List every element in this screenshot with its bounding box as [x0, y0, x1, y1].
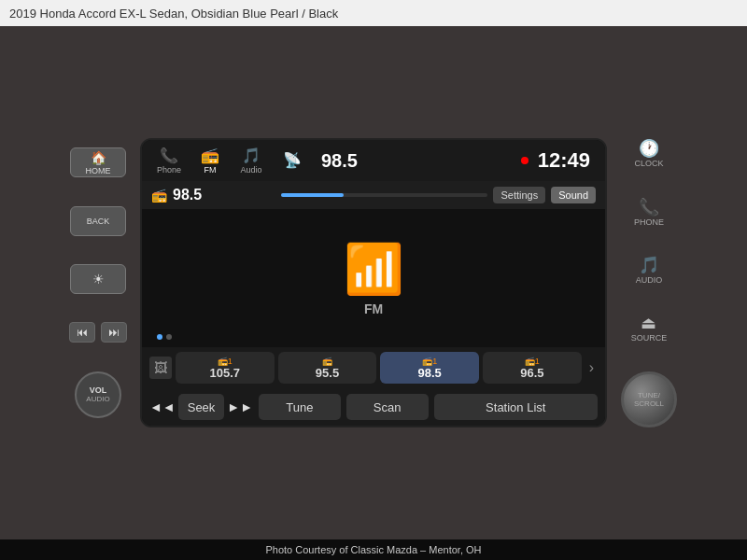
record-dot	[521, 157, 529, 164]
preset-1[interactable]: 📻1 105.7	[176, 352, 275, 384]
skip-prev-button[interactable]: ⏮	[69, 322, 95, 343]
phone-label: Phone	[157, 165, 181, 175]
signal-tab[interactable]: 📡	[275, 151, 310, 170]
fm-tab[interactable]: 📻 FM	[192, 147, 228, 175]
signal-icon: 📡	[283, 151, 302, 169]
page-dots	[157, 334, 172, 340]
seek-group: ◄◄ Seek ►►	[149, 394, 253, 420]
preset-3-active[interactable]: 📻1 98.5	[380, 352, 479, 384]
sound-button[interactable]: Sound	[551, 187, 596, 203]
preset-2[interactable]: 📻 95.5	[278, 352, 377, 384]
current-freq: 98.5	[173, 187, 275, 203]
source-button[interactable]: ⏏ SOURCE	[631, 313, 668, 343]
phone-icon: 📞	[160, 147, 178, 164]
home-button[interactable]: 🏠 HOME	[70, 147, 126, 177]
dot-2	[166, 334, 172, 340]
skip-next-button[interactable]: ⏭	[101, 322, 127, 343]
photo-credit: Photo Courtesy of Classic Mazda – Mentor…	[265, 544, 481, 555]
tune-scroll-label: TUNE/SCROLL	[634, 391, 664, 408]
seek-forward-icon[interactable]: ►►	[227, 399, 253, 414]
skip-controls: ⏮ ⏭	[69, 322, 127, 343]
infotainment-screen: 📞 Phone 📻 FM 🎵 Audio 📡 98.5 12:49 📻 98.5	[140, 138, 607, 427]
presets-bar: 🖼 📻1 105.7 📻 95.5 📻1 98.5 📻1 96.5 ›	[142, 347, 605, 388]
tune-scroll-knob[interactable]: TUNE/SCROLL	[621, 371, 677, 427]
vol-label: VOL	[90, 385, 107, 395]
brightness-button[interactable]: ☀	[70, 264, 126, 294]
clock-icon: 🕐	[639, 138, 659, 159]
tune-button[interactable]: Tune	[259, 394, 341, 420]
tuning-progress	[281, 193, 487, 197]
controls-bar: ◄◄ Seek ►► Tune Scan Station List	[142, 388, 605, 426]
source-label: SOURCE	[631, 333, 668, 343]
seek-button[interactable]: Seek	[178, 394, 225, 420]
settings-bar: 📻 98.5 Settings Sound	[142, 181, 605, 209]
audio-tab[interactable]: 🎵 Audio	[233, 147, 269, 175]
settings-button[interactable]: Settings	[493, 187, 545, 203]
preset-4[interactable]: 📻1 96.5	[483, 352, 582, 384]
left-controls: 🏠 HOME BACK ☀ ⏮ ⏭ VOL AUDIO	[56, 124, 140, 441]
car-title: 2019 Honda Accord EX-L Sedan, Obsidian B…	[9, 7, 338, 21]
brightness-icon: ☀	[92, 272, 105, 287]
top-bar: 2019 Honda Accord EX-L Sedan, Obsidian B…	[0, 0, 747, 26]
radio-waves-icon: 📶	[344, 241, 404, 298]
audio-right-button[interactable]: 🎵 AUDIO	[636, 255, 663, 285]
audio-label: AUDIO	[86, 395, 109, 403]
clock-label: CLOCK	[634, 159, 663, 168]
clock-display: 12:49	[538, 148, 590, 173]
screen-nav-bar: 📞 Phone 📻 FM 🎵 Audio 📡 98.5 12:49	[142, 140, 605, 181]
scan-button[interactable]: Scan	[346, 394, 429, 420]
main-content: 🏠 HOME BACK ☀ ⏮ ⏭ VOL AUDIO 📞 Phone	[0, 26, 747, 539]
fm-band-label: FM	[364, 301, 383, 316]
fm-main-display: 📶 FM	[142, 209, 605, 347]
phone-tab[interactable]: 📞 Phone	[151, 147, 187, 175]
station-display: 98.5	[321, 150, 515, 172]
seek-back-icon[interactable]: ◄◄	[149, 399, 176, 414]
source-icon: ⏏	[641, 313, 656, 333]
fm-visual: 📶 FM	[344, 241, 404, 316]
bottom-bar: Photo Courtesy of Classic Mazda – Mentor…	[0, 539, 747, 560]
fm-icon: 📻	[201, 147, 219, 164]
phone-right-button[interactable]: 📞 PHONE	[634, 197, 664, 227]
audio-right-label: AUDIO	[636, 275, 663, 285]
dot-1	[157, 334, 162, 340]
vol-knob-area: VOL AUDIO	[75, 371, 121, 418]
next-presets-arrow[interactable]: ›	[585, 356, 598, 380]
back-button[interactable]: BACK	[70, 206, 126, 236]
phone-right-icon: 📞	[639, 197, 659, 217]
tuning-fill	[281, 193, 343, 197]
audio-right-icon: 🎵	[639, 255, 659, 275]
vol-knob[interactable]: VOL AUDIO	[75, 371, 121, 418]
radio-small-icon: 📻	[151, 188, 167, 203]
audio-label-tab: Audio	[240, 165, 261, 175]
preset-thumb[interactable]: 🖼	[149, 357, 172, 379]
clock-button[interactable]: 🕐 CLOCK	[634, 138, 663, 168]
preset-image-icon: 🖼	[154, 360, 167, 375]
audio-icon: 🎵	[242, 147, 261, 164]
phone-right-label: PHONE	[634, 217, 664, 227]
fm-label-tab: FM	[204, 165, 217, 175]
station-list-button[interactable]: Station List	[434, 394, 598, 420]
right-controls: 🕐 CLOCK 📞 PHONE 🎵 AUDIO ⏏ SOURCE TUNE/SC…	[607, 124, 691, 441]
